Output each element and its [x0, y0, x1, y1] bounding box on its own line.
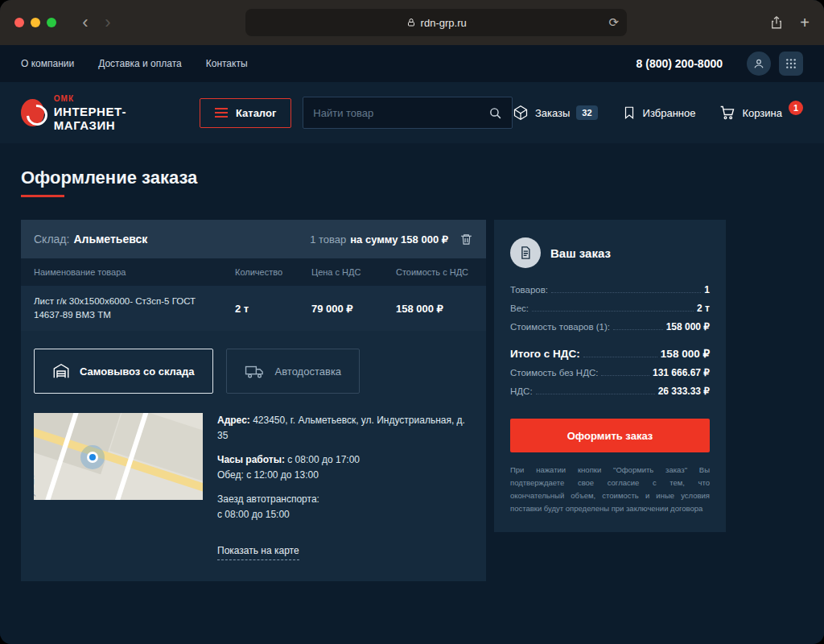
submit-order-button[interactable]: Оформить заказ [510, 419, 710, 452]
warehouse-summary: 1 товарна сумму 158 000 ₽ [310, 232, 473, 246]
forward-button[interactable]: › [97, 14, 119, 31]
summary-title: Ваш заказ [550, 246, 611, 260]
minimize-window-button[interactable] [31, 18, 40, 27]
trash-icon[interactable] [459, 233, 473, 246]
warehouse-icon [52, 362, 70, 380]
address-label: Адрес: [217, 415, 250, 426]
header-actions: Заказы 32 Избранное Корзина 1 [513, 105, 803, 121]
share-button[interactable] [769, 15, 784, 30]
orders-button[interactable]: Заказы 32 [513, 105, 598, 121]
summary-row-value: 1 [704, 284, 710, 295]
search-input[interactable] [313, 107, 488, 119]
address-bar-wrap: rdn-grp.ru ⟳ [119, 9, 753, 36]
site-header: ОМК ИНТЕРНЕТ-МАГАЗИН Каталог Заказы 32 [0, 82, 824, 143]
pickup-info: ул. Ше Адрес: 423450, г. Альметьевск, ул… [21, 394, 486, 560]
summary-row: Товаров: 1 [510, 284, 710, 295]
summary-row-label: Стоимость без НДС: [510, 368, 598, 378]
address-bar[interactable]: rdn-grp.ru ⟳ [245, 9, 627, 36]
warehouse-name: Альметьевск [73, 233, 147, 246]
favorites-label: Избранное [643, 107, 696, 119]
logo-text-wrap: ОМК ИНТЕРНЕТ-МАГАЗИН [54, 94, 167, 132]
orders-label: Заказы [535, 107, 570, 119]
summary-total-value: 158 000 ₽ [661, 347, 710, 360]
table-row: Лист г/к 30х1500х6000- Ст3сп-5 ГОСТ 1463… [21, 286, 486, 331]
orders-count-badge: 32 [576, 105, 597, 120]
table-header-row: Наименование товара Количество Цена с НД… [21, 258, 486, 286]
entry-label: Заезд автотранспорта: [217, 492, 473, 507]
nav-link-delivery[interactable]: Доставка и оплата [98, 58, 182, 69]
show-on-map-link[interactable]: Показать на карте [217, 543, 299, 561]
summary-header: Ваш заказ [510, 237, 710, 268]
summary-row: Стоимость без НДС: 131 666.67 ₽ [510, 367, 710, 378]
catalog-button-label: Каталог [236, 107, 276, 119]
product-price: 79 000 ₽ [311, 303, 396, 315]
warehouse-label: Склад: [34, 233, 69, 246]
nav-link-about[interactable]: О компании [21, 58, 74, 69]
warehouse-header: Склад: Альметьевск 1 товарна сумму 158 0… [21, 220, 486, 258]
order-summary-card: Ваш заказ Товаров: 1 Вес: 2 т Стоимость … [494, 220, 726, 532]
favorites-button[interactable]: Избранное [622, 105, 696, 120]
url-text: rdn-grp.ru [421, 17, 467, 29]
dotted-leader [532, 311, 694, 312]
close-window-button[interactable] [14, 18, 24, 27]
dotted-leader [536, 394, 655, 394]
logo-caption: ИНТЕРНЕТ-МАГАЗИН [54, 105, 167, 132]
delivery-tabs: Самовывоз со склада Автодоставка [21, 331, 486, 394]
document-icon [510, 237, 541, 268]
new-tab-button[interactable]: + [800, 14, 810, 32]
browser-window: ‹ › rdn-grp.ru ⟳ + О компании Доставка и… [0, 0, 824, 644]
back-button[interactable]: ‹ [74, 14, 97, 31]
lunch-text: Обед: с 12:00 до 13:00 [217, 468, 473, 483]
tab-pickup[interactable]: Самовывоз со склада [34, 349, 213, 394]
search-icon[interactable] [488, 106, 502, 120]
catalog-button[interactable]: Каталог [200, 98, 291, 128]
site-logo[interactable]: ОМК ИНТЕРНЕТ-МАГАЗИН [21, 94, 167, 132]
content-columns: Склад: Альметьевск 1 товарна сумму 158 0… [0, 197, 824, 581]
summary-row-value: 131 666.67 ₽ [653, 367, 710, 378]
summary-row-value: 26 333.33 ₽ [658, 386, 710, 397]
product-name: Лист г/к 30х1500х6000- Ст3сп-5 ГОСТ 1463… [34, 295, 235, 321]
phone-number[interactable]: 8 (800) 200-8000 [637, 57, 723, 70]
summary-total-row: Итого с НДС: 158 000 ₽ [510, 347, 710, 360]
summary-row: Стоимость товаров (1): 158 000 ₽ [510, 321, 710, 332]
summary-row-label: Товаров: [510, 285, 548, 295]
hours-text: с 08:00 до 17:00 [287, 454, 360, 465]
dotted-leader [613, 329, 663, 330]
warehouse-items-count: 1 товар [310, 233, 346, 246]
zoom-window-button[interactable] [47, 18, 56, 27]
tab-pickup-label: Самовывоз со склада [80, 365, 195, 378]
cart-label: Корзина [742, 107, 782, 119]
disclaimer-text: При нажатии кнопки "Оформить заказ" Вы п… [510, 464, 710, 516]
product-total: 158 000 ₽ [396, 303, 473, 315]
profile-button[interactable] [747, 52, 771, 76]
summary-row-label: Вес: [510, 303, 529, 313]
product-qty: 2 т [235, 303, 311, 315]
lock-icon [406, 18, 416, 27]
hamburger-icon [215, 108, 228, 118]
col-header-qty: Количество [235, 267, 311, 277]
reload-button[interactable]: ⟳ [609, 15, 620, 30]
dotted-leader [551, 292, 701, 293]
map-street-label: ул. Ше [34, 474, 35, 497]
map-pin [87, 452, 98, 463]
cart-button[interactable]: Корзина 1 [719, 105, 803, 121]
order-card: Склад: Альметьевск 1 товарна сумму 158 0… [21, 220, 486, 581]
summary-row-value: 158 000 ₽ [666, 321, 710, 332]
nav-link-contacts[interactable]: Контакты [206, 58, 248, 69]
truck-icon [245, 362, 266, 380]
page-title: Оформление заказа [21, 167, 824, 188]
summary-row-label: НДС: [510, 386, 533, 396]
map-thumbnail[interactable]: ул. Ше [34, 413, 203, 500]
summary-row-value: 2 т [697, 303, 710, 314]
logo-abbr: ОМК [54, 94, 167, 103]
apps-grid-button[interactable] [779, 52, 803, 76]
traffic-lights [14, 18, 56, 27]
search-box [303, 97, 513, 129]
col-header-price: Цена с НДС [311, 267, 396, 277]
summary-row: Вес: 2 т [510, 303, 710, 314]
col-header-name: Наименование товара [34, 267, 235, 277]
bookmark-icon [622, 105, 637, 120]
tab-autodelivery[interactable]: Автодоставка [226, 349, 360, 394]
top-utility-nav: О компании Доставка и оплата Контакты 8 … [0, 45, 824, 82]
dotted-leader [601, 375, 649, 376]
